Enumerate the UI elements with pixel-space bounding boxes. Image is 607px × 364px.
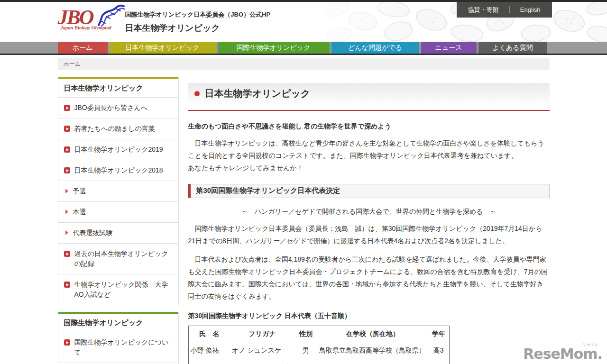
cell-furigana: ハセガワ シュウゾウ [230, 359, 294, 364]
sidebar-item-final[interactable]: 本選 [58, 201, 178, 222]
sidebar-item-past-records[interactable]: 過去の日本生物学オリンピックの記録 [58, 243, 178, 274]
table-row: 小野 俊祐 オノ シュンスケ 男 鳥取県立鳥取西高等学校（鳥取県） 高3 [188, 343, 449, 359]
arrow-square-icon [64, 282, 70, 288]
sidebar-item-label: 代表選抜試験 [73, 228, 113, 238]
sidebar-item-jbo-chairman[interactable]: JBO委員長から皆さんへ [58, 97, 178, 118]
arrow-square-icon [64, 105, 70, 111]
breadcrumb: ホーム [58, 58, 550, 70]
watermark-text: ReseMom. [523, 346, 602, 362]
cell-school: 鳥取県立鳥取西高等学校（鳥取県） [317, 343, 428, 359]
sidebar-item-olympiad-2019[interactable]: 日本生物学オリンピック2019 [58, 139, 178, 160]
sidebar-item-about-ibo[interactable]: 国際生物学オリンピックについて [58, 332, 178, 363]
page-title-bar: 日本生物学オリンピック [188, 83, 550, 104]
col-header-grade: 学年 [428, 326, 449, 343]
sidebar-section-title: 国際生物学オリンピック [58, 312, 178, 332]
title-divider [188, 110, 550, 111]
sidebar-item-university-ao[interactable]: 生物学オリンピック関係 大学AO入試など [58, 274, 178, 305]
table-header-row: 氏 名 フリガナ 性別 在学校（所在地） 学年 [188, 326, 449, 343]
sidebar-item-label: 若者たちへの励ましの言葉 [74, 124, 155, 134]
paragraph-selection: 日本代表および次点者は、全国4,189名の受験者から三次にわたる試験を経て選ばれ… [188, 253, 550, 302]
chevron-right-icon [65, 230, 68, 235]
site-header: JBO Japan Biology Olympiad 国際生物学オリンピック日本… [0, 2, 607, 42]
nav-tab-sample-questions[interactable]: どんな問題がでる [331, 42, 419, 54]
site-label: 国際生物学オリンピック日本委員会（JBO）公式HP [125, 10, 271, 19]
main-navigation: ホーム 日本生物学オリンピック 国際生物学オリンピック どんな問題がでる ニュー… [0, 42, 607, 55]
chevron-right-icon [65, 209, 68, 214]
sidebar-item-label: 予選 [73, 186, 86, 196]
cell-gender: 男 [294, 343, 317, 359]
nav-tab-international-olympiad[interactable]: 国際生物学オリンピック [218, 42, 330, 54]
nav-tab-home[interactable]: ホーム [58, 42, 108, 54]
sidebar-section-japan-olympiad: 日本生物学オリンピック JBO委員長から皆さんへ 若者たちへの励ましの言葉 日本… [58, 77, 179, 305]
cell-furigana: オノ シュンスケ [230, 343, 294, 359]
arrow-square-icon [64, 126, 70, 132]
col-header-school: 在学校（所在地） [317, 326, 428, 343]
red-circle-icon [194, 91, 200, 96]
table-title: 第30回国際生物学オリンピック 日本代表（五十音順） [188, 312, 550, 320]
utility-links: 協賛・寄附 English [457, 2, 552, 18]
breadcrumb-home[interactable]: ホーム [64, 60, 81, 68]
cell-school: 灘高等学校（兵庫県） [317, 359, 428, 364]
cell-grade: 高3 [428, 343, 449, 359]
sidebar-item-olympiad-2018[interactable]: 日本生物学オリンピック2018 [58, 160, 178, 181]
sidebar-item-label: 日本生物学オリンピック2018 [74, 165, 163, 175]
sponsor-link[interactable]: 協賛・寄附 [468, 6, 499, 14]
chevron-right-icon [65, 189, 68, 193]
nav-tab-japan-olympiad[interactable]: 日本生物学オリンピック [110, 42, 216, 54]
cell-grade: 高2 [428, 359, 449, 364]
nav-tab-news[interactable]: ニュース [421, 42, 477, 54]
arrow-square-icon [64, 339, 70, 346]
nav-tab-faq[interactable]: よくある質問 [478, 42, 547, 54]
sidebar-item-label: 過去の日本生物学オリンピックの記録 [74, 249, 174, 269]
sidebar-section-international-olympiad: 国際生物学オリンピック 国際生物学オリンピックについて 2020年 長崎大会 2… [58, 312, 179, 364]
sidebar-item-label: JBO委員長から皆さんへ [74, 103, 148, 113]
sidebar: 日本生物学オリンピック JBO委員長から皆さんへ 若者たちへの励ましの言葉 日本… [58, 77, 179, 364]
page-title: 日本生物学オリンピック [205, 87, 311, 100]
main-content: 日本生物学オリンピック 生命のもつ面白さや不思議さを堪能し 君の生物学を世界で深… [188, 77, 550, 364]
col-header-name: 氏 名 [188, 326, 230, 343]
jbo-logo[interactable]: JBO Japan Biology Olympiad [58, 7, 120, 38]
cell-name: 長谷川 修造 [188, 359, 230, 364]
section-subtitle: ～ ハンガリー／セゲドで開催される国際大会で、世界の仲間と生物学を深める ～ [188, 208, 550, 216]
arrow-square-icon [64, 167, 70, 173]
arrow-square-icon [64, 251, 70, 257]
sidebar-item-selection-exam[interactable]: 代表選抜試験 [58, 222, 178, 243]
cell-gender: 男 [294, 359, 317, 364]
representatives-table: 氏 名 フリガナ 性別 在学校（所在地） 学年 小野 俊祐 オノ シュンスケ 男… [188, 326, 450, 364]
sidebar-item-label: 日本生物学オリンピック2019 [74, 145, 163, 155]
arrow-square-icon [64, 146, 70, 153]
intro-paragraph: 日本生物学オリンピックは、高校生など青少年の皆さんを主な対象として生物学の面白さ… [188, 137, 550, 174]
col-header-gender: 性別 [294, 326, 317, 343]
cell-name: 小野 俊祐 [188, 343, 230, 359]
sidebar-item-encouragement[interactable]: 若者たちへの励ましの言葉 [58, 118, 178, 139]
sidebar-item-label: 本選 [73, 207, 86, 217]
col-header-furigana: フリガナ [230, 326, 294, 343]
sidebar-section-title: 日本生物学オリンピック [58, 77, 178, 97]
site-title: 日本生物学オリンピック [125, 22, 271, 34]
paragraph-committee: 国際生物学オリンピック日本委員会（委員長：浅島 誠）は、第30回国際生物学オリン… [188, 222, 550, 247]
lead-text: 生命のもつ面白さや不思議さを堪能し 君の生物学を世界で深めよう [188, 122, 550, 131]
english-link[interactable]: English [520, 6, 541, 13]
section-heading: 第30回国際生物学オリンピック日本代表決定 [188, 184, 550, 198]
sidebar-item-preliminary[interactable]: 予選 [58, 181, 178, 201]
watermark-ruby: リセマム [583, 342, 598, 347]
resemom-watermark: リセマム ReseMom. [523, 346, 602, 362]
table-row: 長谷川 修造 ハセガワ シュウゾウ 男 灘高等学校（兵庫県） 高2 [188, 359, 449, 364]
dna-helix-icon [97, 4, 125, 28]
utility-divider [509, 6, 510, 13]
sidebar-item-label: 生物学オリンピック関係 大学AO入試など [74, 280, 174, 300]
sidebar-item-label: 国際生物学オリンピックについて [74, 337, 174, 357]
